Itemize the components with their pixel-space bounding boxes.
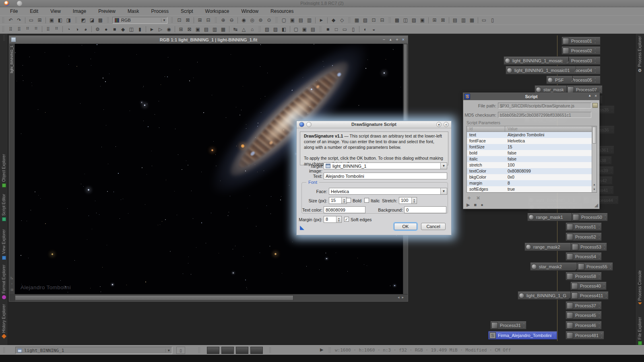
process-icon-Process54[interactable]: Process54▪▪ <box>566 252 602 261</box>
soft-edges-checkbox[interactable]: ✓ <box>344 217 349 222</box>
bold-checkbox[interactable] <box>346 198 351 203</box>
param-row[interactable]: fontFaceHelvetica <box>467 138 597 144</box>
ok-button[interactable]: OK <box>394 223 417 230</box>
toolbar-button-icon[interactable]: ◉ <box>165 26 173 33</box>
toolbar-button-icon[interactable]: ⠿ <box>44 26 52 33</box>
toolbar-button-icon[interactable]: ◨ <box>64 16 73 24</box>
toolbar-button-icon[interactable]: ▦ <box>353 16 361 24</box>
toolbar-button-icon[interactable]: ▧ <box>361 16 369 24</box>
param-row[interactable]: margin8 <box>467 180 597 186</box>
toolbar-button-icon[interactable]: ▭ <box>27 16 35 24</box>
toolbar-handle[interactable] <box>107 17 109 23</box>
readout-swatch[interactable] <box>236 347 248 354</box>
toolbar-button-icon[interactable]: ◆ <box>329 16 338 24</box>
toolbar-button-icon[interactable]: ⊡ <box>369 16 378 24</box>
toolbar-handle[interactable] <box>215 17 217 23</box>
chevron-down-icon[interactable]: ▼ <box>161 19 167 22</box>
image-window-controls[interactable]: −▲+× <box>383 37 405 42</box>
toolbar-button-icon[interactable]: ⠿ <box>15 26 23 33</box>
process-icon-Process31[interactable]: Process31▪▪ <box>490 321 526 329</box>
margin-spinner[interactable]: 8 ▲▼ <box>324 216 342 223</box>
toolbar-button-icon[interactable]: ⊟ <box>204 16 213 24</box>
process-icon-Firma_Alejandro_Tombolini[interactable]: SFirma_Alejandro_Tombolini▪▪ <box>488 331 557 339</box>
toolbar-button-icon[interactable]: ▷ <box>156 26 165 33</box>
toolbar-button-icon[interactable]: ▣ <box>194 26 202 33</box>
play-icon[interactable]: ▶ <box>320 347 323 352</box>
record-icon[interactable]: ● <box>481 202 487 207</box>
view-selector-combobox[interactable]: light_BINNING_1 ▼ <box>15 347 172 354</box>
dock-handle[interactable] <box>3 35 5 41</box>
close-icon[interactable]: × <box>444 122 449 127</box>
toolbar-button-icon[interactable]: ▧ <box>263 26 271 33</box>
view-icon-range_mask1[interactable]: range_mask1 <box>527 213 576 221</box>
toolbar-button-icon[interactable]: ▣ <box>300 26 309 33</box>
toolbar-button-icon[interactable]: ⊟ <box>378 16 386 24</box>
toolbar-button-icon[interactable]: ■ <box>324 26 332 33</box>
text-color-input[interactable]: 80808099 <box>324 206 365 213</box>
table-header[interactable]: Id Value <box>467 126 597 132</box>
view-icon-light_BINNING_1_G[interactable]: light_BINNING_1_G <box>518 291 572 300</box>
toolbar-button-icon[interactable]: ▯ <box>488 16 497 24</box>
toolbar-button-icon[interactable]: ⊕ <box>219 16 227 24</box>
image-window-tabstrip[interactable]: light_BINNING_1 ◺▫⊡ <box>9 44 15 294</box>
pan-mode-icon[interactable]: ⊡ <box>10 288 13 292</box>
toolbar-button-icon[interactable]: ► <box>317 16 326 24</box>
toolbar-handle[interactable] <box>171 17 173 23</box>
param-row[interactable]: boldfalse <box>467 150 597 156</box>
zoom-mode-icon[interactable]: ▫ <box>11 282 12 286</box>
italic-checkbox[interactable] <box>364 198 369 203</box>
dialog-titlebar[interactable]: DrawSignature Script ▾ × <box>297 121 451 128</box>
toolbar-button-icon[interactable]: ↷ <box>15 16 23 24</box>
toolbar-button-icon[interactable]: ◇ <box>338 16 346 24</box>
process-icon-Process46[interactable]: Process46▪▪ <box>566 321 602 329</box>
channel-selector-combobox[interactable]: RGB▼ <box>112 17 167 24</box>
toolbar-button-icon[interactable]: ▩ <box>393 16 401 24</box>
spinner-arrows-icon[interactable]: ▲▼ <box>411 197 417 204</box>
process-icon-Process53[interactable]: Process53▪▪ <box>571 243 607 251</box>
toolbar-handle[interactable] <box>2 26 4 33</box>
toolbar-button-icon[interactable]: ◧ <box>56 16 64 24</box>
toolbar-handle[interactable] <box>319 26 322 33</box>
view-icon-light_BINNING_1_mosaic[interactable]: light_BINNING_1_mosaic <box>504 56 569 65</box>
view-icon-PSF[interactable]: PSF <box>546 76 573 84</box>
dock-tab-process-console[interactable]: Process Console <box>636 270 644 306</box>
stretch-spinner[interactable]: 100 ▲▼ <box>399 197 417 204</box>
toolbar-button-icon[interactable]: ⊠ <box>439 16 447 24</box>
collapse-icon[interactable]: ▾ <box>436 122 442 127</box>
toolbar-button-icon[interactable]: ◒ <box>369 26 378 33</box>
toolbar-button-icon[interactable]: ◑ <box>73 26 81 33</box>
toolbar-button-icon[interactable]: ▯ <box>349 26 357 33</box>
file-path-field[interactable]: $PXI_SRCDIR/scripts/DrawSignature.js <box>498 103 591 109</box>
view-icon-star_mask2[interactable]: star_mask2 <box>530 262 579 271</box>
statusbar-handle[interactable] <box>328 347 331 354</box>
script-panel[interactable]: S Script ▲× File path: $PXI_SRCDIR/scrip… <box>463 93 600 209</box>
process-icon-Process02[interactable]: Process02▪▪ <box>561 46 601 55</box>
script-panel-titlebar[interactable]: S Script ▲× <box>463 93 599 100</box>
toolbar-handle[interactable] <box>275 17 278 23</box>
toolbar-button-icon[interactable]: ● <box>102 26 110 33</box>
process-icon-Process52[interactable]: Process52▪▪ <box>566 232 602 241</box>
spinner-arrows-icon[interactable]: ▲▼ <box>336 216 341 222</box>
toolbar-handle[interactable] <box>388 17 391 23</box>
dock-tab-history-explorer[interactable]: History Explorer <box>0 304 8 338</box>
toolbar-button-icon[interactable]: ▤ <box>297 16 305 24</box>
toolbar-button-icon[interactable]: ◆ <box>119 26 127 33</box>
detach-icon[interactable]: + <box>396 37 398 42</box>
dock-tab-script-editor[interactable]: Script Editor <box>0 194 8 221</box>
toolbar-button-icon[interactable]: ▢ <box>292 26 300 33</box>
panel-run-controls[interactable]: ▶■● <box>466 202 487 208</box>
param-row[interactable]: stretch100 <box>467 162 597 168</box>
hscroll-thumb[interactable] <box>15 295 293 300</box>
toolbar-button-icon[interactable]: ▣ <box>47 16 56 24</box>
toolbar-button-icon[interactable]: ▢ <box>280 16 288 24</box>
statusbar-handle[interactable] <box>3 347 5 354</box>
drawsignature-dialog[interactable]: DrawSignature Script ▾ × DrawSignature v… <box>296 121 452 235</box>
process-icon-Process411[interactable]: Process411▪▪ <box>570 291 609 300</box>
close-icon[interactable]: × <box>594 94 597 98</box>
menu-mask[interactable]: Mask <box>122 7 145 15</box>
toolbar-button-icon[interactable]: △ <box>239 26 248 33</box>
toolbar-button-icon[interactable]: ⠿ <box>6 26 15 33</box>
chevron-down-icon[interactable]: ▼ <box>440 163 447 169</box>
toolbar-button-icon[interactable]: ▤ <box>309 26 317 33</box>
toolbar-button-icon[interactable]: ⊠ <box>185 26 194 33</box>
